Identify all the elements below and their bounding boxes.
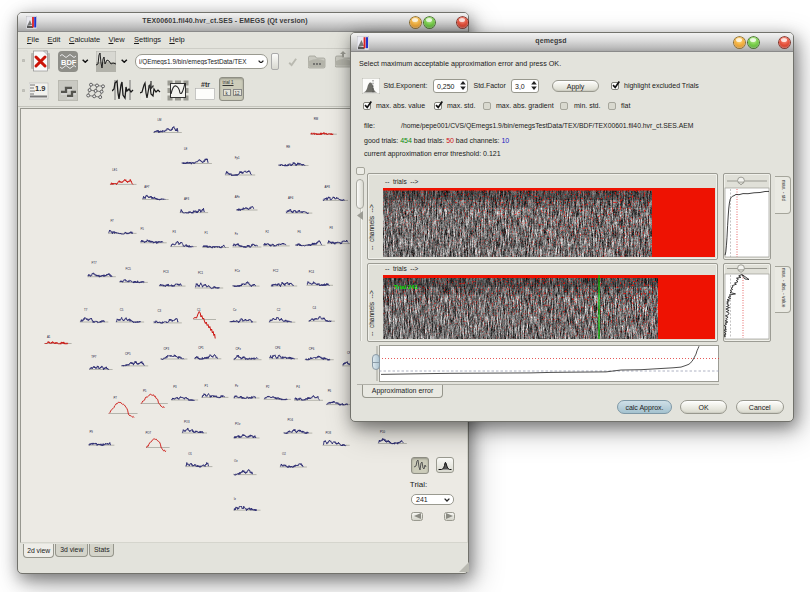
svg-text:F5: F5 — [141, 227, 145, 231]
svg-text:FCz: FCz — [235, 269, 241, 273]
svg-text:P10: P10 — [380, 430, 385, 434]
svg-text:C1: C1 — [197, 308, 201, 312]
svg-text:AFz: AFz — [235, 195, 241, 199]
svg-text:O1: O1 — [188, 452, 192, 456]
svg-text:P1: P1 — [205, 384, 209, 388]
svg-text:P5: P5 — [143, 389, 147, 393]
svg-text:CP6: CP6 — [309, 347, 315, 351]
svg-text:C2: C2 — [277, 308, 281, 312]
svg-text:AF3: AF3 — [184, 197, 190, 201]
svg-text:LM: LM — [158, 118, 163, 122]
svg-text:FC1: FC1 — [198, 271, 204, 275]
svg-text:FC4: FC4 — [309, 270, 315, 274]
svg-text:C5: C5 — [120, 308, 124, 312]
svg-text:AF8: AF8 — [325, 185, 331, 189]
svg-text:CPz: CPz — [236, 347, 242, 351]
svg-text:Iz: Iz — [234, 497, 237, 501]
svg-text:LE: LE — [184, 147, 188, 151]
svg-text:P7: P7 — [113, 396, 117, 400]
svg-text:CP3: CP3 — [164, 347, 170, 351]
svg-text:F1: F1 — [205, 231, 209, 235]
svg-text:PO8: PO8 — [326, 431, 332, 435]
svg-text:POz: POz — [235, 422, 241, 426]
svg-text:1.9: 1.9 — [35, 84, 45, 93]
svg-text:TP7: TP7 — [91, 355, 97, 359]
svg-text:RE: RE — [286, 145, 290, 149]
svg-text:A1: A1 — [47, 335, 51, 339]
svg-text:F6: F6 — [298, 230, 302, 234]
svg-text:Trial 241: Trial 241 — [394, 284, 419, 290]
svg-text:CP5: CP5 — [125, 352, 131, 356]
svg-text:C3: C3 — [158, 309, 162, 313]
svg-text:CP4: CP4 — [275, 346, 281, 350]
svg-text:FC5: FC5 — [126, 267, 132, 271]
svg-text:PO7: PO7 — [145, 431, 151, 435]
svg-text:P2: P2 — [266, 385, 270, 389]
svg-text:F2: F2 — [266, 230, 270, 234]
svg-text:Fz: Fz — [235, 232, 239, 236]
svg-text:CP1: CP1 — [198, 346, 204, 350]
svg-text:AF4: AF4 — [288, 196, 294, 200]
svg-text:T7: T7 — [84, 308, 88, 312]
svg-text:Pz: Pz — [235, 384, 239, 388]
svg-text:PO4: PO4 — [287, 418, 293, 422]
svg-text:F8: F8 — [330, 226, 334, 230]
svg-text:O2: O2 — [282, 452, 286, 456]
svg-text:AF7: AF7 — [144, 185, 150, 189]
svg-text:Cz: Cz — [233, 308, 237, 312]
svg-text:PO3: PO3 — [184, 420, 190, 424]
svg-text:RM: RM — [314, 117, 319, 121]
svg-text:Oz: Oz — [234, 459, 238, 463]
svg-text:P9: P9 — [90, 430, 94, 434]
svg-text:LE1: LE1 — [112, 168, 117, 172]
svg-text:P6: P6 — [328, 389, 332, 393]
svg-text:FC2: FC2 — [273, 269, 279, 273]
svg-text:C4: C4 — [313, 306, 317, 310]
svg-text:FT7: FT7 — [92, 261, 97, 265]
svg-text:BDF: BDF — [61, 58, 77, 67]
svg-text:F3: F3 — [173, 230, 177, 234]
svg-text:#tr: #tr — [201, 81, 210, 88]
svg-text:FC3: FC3 — [163, 270, 169, 274]
svg-text:F7: F7 — [110, 219, 114, 223]
svg-text:P4: P4 — [296, 385, 300, 389]
svg-text:P3: P3 — [173, 385, 177, 389]
svg-text:Fp1: Fp1 — [235, 156, 240, 160]
